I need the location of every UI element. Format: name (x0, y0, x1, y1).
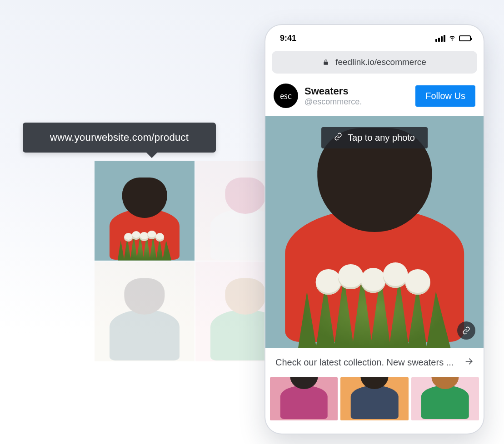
phone-mockup: 9:41 feedlink.io/escommerce esc Sweaters… (265, 25, 484, 434)
browser-address-bar[interactable]: feedlink.io/escommerce (272, 51, 477, 74)
tap-hint-label: Tap to any photo (348, 133, 415, 143)
avatar[interactable]: esc (274, 84, 298, 108)
tooltip-url-text: www.yourwebsite.com/product (50, 132, 189, 143)
lock-icon (323, 59, 329, 66)
profile-name: Sweaters (304, 85, 409, 97)
grid-thumb-3[interactable] (95, 261, 195, 361)
product-url-tooltip: www.yourwebsite.com/product (23, 123, 216, 153)
grid-thumb-1[interactable] (95, 161, 195, 261)
wifi-icon (448, 33, 456, 44)
signal-icon (435, 35, 445, 42)
bottom-thumbnail-row (265, 377, 484, 425)
bottom-thumb-1[interactable] (270, 377, 338, 420)
battery-icon (459, 35, 471, 41)
status-indicators (435, 33, 471, 44)
profile-text: Sweaters @escommerce. (304, 85, 409, 107)
profile-header: esc Sweaters @escommerce. Follow Us (265, 74, 484, 116)
avatar-text: esc (280, 91, 292, 101)
hero-photo[interactable]: Tap to any photo (265, 116, 484, 348)
profile-handle: @escommerce. (304, 97, 409, 107)
address-bar-url: feedlink.io/escommerce (335, 57, 426, 67)
arrow-right-icon (464, 357, 474, 368)
tap-hint-pill: Tap to any photo (321, 127, 428, 148)
link-icon (334, 133, 342, 143)
caption-text: Check our latest collection. New sweater… (275, 357, 454, 368)
bottom-thumb-2[interactable] (340, 377, 408, 420)
bottom-thumb-3[interactable] (411, 377, 479, 420)
follow-button[interactable]: Follow Us (415, 85, 475, 107)
caption-row[interactable]: Check our latest collection. New sweater… (265, 348, 484, 377)
status-time: 9:41 (280, 34, 296, 43)
status-bar: 9:41 (265, 25, 484, 47)
photo-link-chip[interactable] (457, 321, 475, 340)
